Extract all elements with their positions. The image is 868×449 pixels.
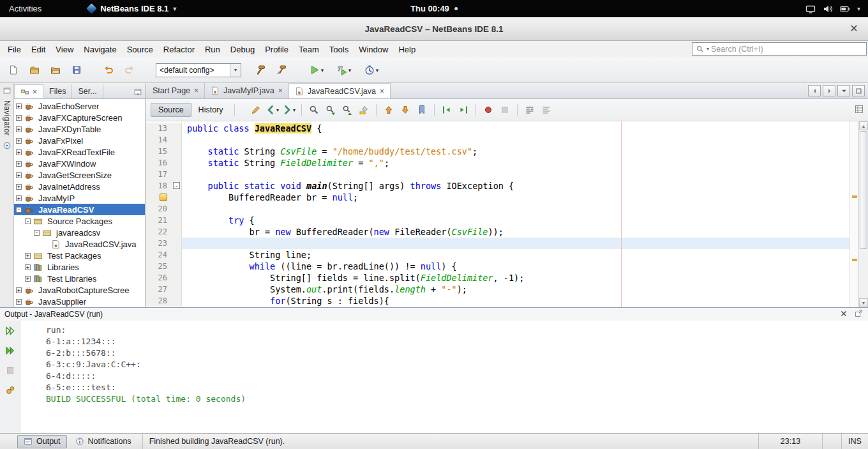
menu-run[interactable]: Run — [200, 43, 225, 56]
restore-window-icon[interactable] — [3, 86, 11, 95]
menu-navigate[interactable]: Navigate — [79, 43, 121, 56]
minimize-window-group-icon[interactable] — [133, 88, 142, 96]
tree-expander-icon[interactable]: - — [34, 230, 40, 236]
notifications-button[interactable]: Notifications — [70, 435, 137, 448]
comment-button[interactable] — [521, 102, 538, 118]
tree-expander-icon[interactable]: + — [16, 149, 22, 155]
code-line-body[interactable] — [182, 134, 849, 146]
tree-node-libraries[interactable]: +Libraries — [14, 261, 145, 273]
collapse-fold-icon[interactable]: - — [173, 182, 180, 189]
tree-node-javareadcsv[interactable]: -JavaReadCSV — [14, 204, 145, 215]
stop-build-button[interactable] — [4, 364, 17, 377]
code-line-body[interactable] — [182, 203, 849, 215]
tab-services[interactable]: Ser... — [72, 84, 103, 98]
clean-build-project-button[interactable] — [272, 61, 291, 80]
tree-expander-icon[interactable]: + — [25, 276, 31, 282]
shift-left-button[interactable] — [438, 102, 455, 118]
code-line-body[interactable]: br = new BufferedReader(new FileReader(C… — [182, 226, 849, 238]
maximize-editor-icon[interactable] — [852, 85, 865, 96]
scroll-tabs-right-icon[interactable] — [823, 85, 835, 96]
close-tab-icon[interactable]: × — [278, 86, 283, 95]
tree-node-source-packages[interactable]: -Source Packages — [14, 215, 145, 227]
close-projects-tab-icon[interactable]: × — [33, 88, 37, 96]
window-titlebar[interactable]: JavaReadCSV – NetBeans IDE 8.1 ✕ — [0, 17, 868, 41]
menu-profile[interactable]: Profile — [260, 43, 294, 56]
warning-mark[interactable] — [852, 259, 857, 261]
code-line-body[interactable]: try { — [182, 215, 849, 226]
code-line-body[interactable]: public class JavaReadCSV { — [182, 123, 849, 134]
navigator-tab[interactable]: Navigator — [3, 100, 11, 136]
profile-project-button[interactable]: ▾ — [359, 61, 384, 80]
code-line-body[interactable] — [182, 238, 849, 249]
find-previous-button[interactable] — [339, 102, 355, 118]
uncomment-button[interactable] — [538, 102, 555, 118]
profile-project-dropdown-icon[interactable]: ▾ — [376, 67, 379, 73]
quick-search-input[interactable] — [711, 45, 863, 54]
tree-expander-icon[interactable]: + — [16, 195, 22, 201]
tree-expander-icon[interactable]: + — [16, 184, 22, 190]
stop-macro-button[interactable] — [497, 102, 513, 118]
undo-button[interactable] — [99, 61, 118, 80]
close-tab-icon[interactable]: × — [380, 87, 384, 96]
tree-expander-icon[interactable]: + — [25, 264, 31, 270]
menu-source[interactable]: Source — [122, 43, 158, 56]
editor-tab-javareadcsv-java[interactable]: JavaReadCSV.java× — [289, 83, 391, 98]
tree-expander-icon[interactable]: + — [16, 138, 22, 144]
tree-node-javagetscreensize[interactable]: +JavaGetScreenSize — [14, 169, 145, 181]
tree-node-javafxreadtextfile[interactable]: +JavaFXReadTextFile — [14, 146, 145, 158]
find-next-button[interactable] — [322, 102, 339, 118]
tree-node-javareadcsv[interactable]: -javareadcsv — [14, 227, 145, 238]
source-view-button[interactable]: Source — [151, 103, 191, 117]
new-project-button[interactable] — [25, 61, 44, 80]
tree-node-test-libraries[interactable]: +Test Libraries — [14, 273, 145, 284]
projects-tree[interactable]: +JavaEchoServer+JavaFXCaptureScreen+Java… — [14, 99, 145, 307]
rerun-debug-button[interactable] — [4, 344, 17, 357]
display-icon[interactable] — [805, 4, 816, 14]
code-editor[interactable]: 13public class JavaReadCSV {1415 static … — [146, 121, 849, 307]
close-window-icon[interactable]: ✕ — [848, 22, 860, 35]
menu-view[interactable]: View — [50, 43, 79, 56]
forward-button[interactable]: ▾ — [281, 102, 297, 118]
tab-projects[interactable]: × — [14, 84, 43, 98]
history-view-button[interactable]: History — [191, 103, 230, 116]
tree-node-javamyip[interactable]: +JavaMyIP — [14, 192, 145, 204]
code-line-body[interactable]: static String FieldDelimiter = ","; — [182, 157, 849, 169]
menu-edit[interactable]: Edit — [26, 43, 50, 56]
shift-right-button[interactable] — [455, 102, 472, 118]
app-menu[interactable]: NetBeans IDE 8.1 ▾ — [87, 4, 176, 13]
tree-expander-icon[interactable]: + — [16, 115, 22, 121]
redo-button[interactable] — [120, 61, 139, 80]
output-header[interactable]: Output - JavaReadCSV (run) — [0, 308, 868, 321]
ant-settings-button[interactable] — [4, 384, 17, 397]
tree-node-javafxwindow[interactable]: +JavaFXWindow — [14, 158, 145, 169]
code-line-body[interactable]: String line; — [182, 249, 849, 261]
tab-files[interactable]: Files — [43, 84, 72, 98]
build-project-button[interactable] — [251, 61, 270, 80]
code-line-body[interactable]: public static void main(String[] args) t… — [182, 180, 849, 192]
tree-node-test-packages[interactable]: +Test Packages — [14, 250, 145, 261]
tree-expander-icon[interactable]: - — [25, 218, 31, 224]
tree-node-javainetaddress[interactable]: +JavaInetAddress — [14, 181, 145, 192]
quick-search-box[interactable]: ▾ — [692, 42, 867, 56]
output-lines[interactable]: run:6-1:a::1234:::6-2:b:::5678::6-3:c:9:… — [20, 321, 868, 433]
code-line-body[interactable]: System.out.print(fields.length + "-"); — [182, 284, 849, 295]
scrollbar-up-icon[interactable]: ▲ — [859, 121, 868, 130]
open-project-button[interactable] — [46, 61, 65, 80]
debug-project-dropdown-icon[interactable]: ▾ — [348, 67, 352, 73]
tree-expander-icon[interactable]: + — [16, 287, 22, 293]
last-edit-button[interactable] — [248, 102, 264, 118]
tree-node-javafxdyntable[interactable]: +JavaFXDynTable — [14, 123, 145, 135]
tree-expander-icon[interactable]: - — [16, 207, 22, 213]
tree-expander-icon[interactable]: + — [16, 161, 22, 167]
code-line-body[interactable]: static String CsvFile = "/home/buddy/tes… — [182, 146, 849, 157]
code-line-body[interactable]: while ((line = br.readLine()) != null) { — [182, 261, 849, 272]
new-file-button[interactable] — [4, 61, 23, 80]
find-selection-button[interactable] — [306, 102, 322, 118]
config-combobox[interactable]: <default config>▾ — [156, 63, 241, 77]
menu-refactor[interactable]: Refactor — [158, 43, 200, 56]
battery-icon[interactable] — [840, 4, 850, 14]
menu-team[interactable]: Team — [294, 43, 324, 56]
tree-expander-icon[interactable]: + — [16, 172, 22, 178]
tree-node-javaechoserver[interactable]: +JavaEchoServer — [14, 100, 145, 112]
scrollbar-thumb[interactable] — [860, 131, 867, 249]
